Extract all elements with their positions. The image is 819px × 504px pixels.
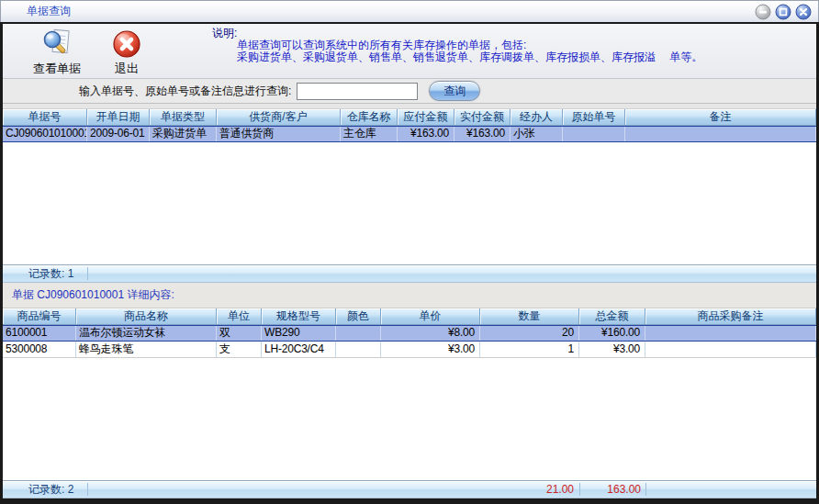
table-cell: 1 <box>480 342 579 357</box>
total-quantity: 21.00 <box>480 481 574 498</box>
column-header[interactable]: 颜色 <box>336 308 381 324</box>
table-row[interactable]: 5300008蜂鸟走珠笔支LH-20C3/C4¥3.001¥3.00 <box>3 342 816 358</box>
detail-title: 单据 CJ090601010001 详细内容: <box>12 287 174 303</box>
table-cell <box>645 326 816 341</box>
table-cell: 小张 <box>510 127 563 141</box>
column-header[interactable]: 实付金额 <box>454 109 510 125</box>
exit-button[interactable]: 退出 <box>96 27 157 76</box>
close-button[interactable] <box>795 4 812 20</box>
table-cell: 普通供货商 <box>217 127 341 141</box>
view-document-icon <box>40 28 73 62</box>
table-cell: LH-20C3/C4 <box>262 342 336 357</box>
search-bar: 输入单据号、原始单号或备注信息进行查询: 查询 <box>3 79 816 104</box>
table-cell <box>645 342 816 357</box>
table-cell: 双 <box>217 326 262 341</box>
table-cell: ¥3.00 <box>579 342 645 357</box>
table-cell: 主仓库 <box>341 127 398 141</box>
items-record-count: 记录数: 2 <box>28 481 73 498</box>
column-header[interactable]: 商品编号 <box>3 308 76 324</box>
maximize-icon <box>775 4 791 20</box>
separator <box>87 483 88 496</box>
maximize-button[interactable] <box>775 4 791 20</box>
table-cell: 5300008 <box>3 342 76 357</box>
separator <box>87 267 88 280</box>
view-document-button[interactable]: 查看单据 <box>27 27 87 76</box>
exit-label: 退出 <box>115 62 139 75</box>
documents-table-body: CJ0906010100012009-06-01采购进货单普通供货商主仓库¥16… <box>3 126 816 264</box>
table-row[interactable]: CJ0906010100012009-06-01采购进货单普通供货商主仓库¥16… <box>3 126 816 142</box>
column-header[interactable]: 商品采购备注 <box>645 308 816 324</box>
column-header[interactable]: 规格型号 <box>262 308 336 324</box>
toolbar: 查看单据 退出 说明: 单据查询可以查询系统中的所有有关 <box>3 24 816 79</box>
document-query-window: 单据查询 <box>0 0 819 504</box>
column-header[interactable]: 原始单号 <box>563 109 625 125</box>
items-table-header: 商品编号商品名称单位规格型号颜色单价数量总金额商品采购备注 <box>3 308 816 325</box>
minimize-button[interactable] <box>755 4 771 20</box>
total-amount: 163.00 <box>579 481 641 498</box>
items-status-bar: 记录数: 2 21.00 163.00 <box>3 480 816 498</box>
table-cell: 温布尔顿运动女袜 <box>76 326 217 341</box>
column-header[interactable]: 备注 <box>625 109 816 125</box>
column-header[interactable]: 商品名称 <box>76 308 217 324</box>
column-header[interactable]: 单价 <box>381 308 480 324</box>
detail-strip: 单据 CJ090601010001 详细内容: <box>3 283 816 308</box>
column-header[interactable]: 单据类型 <box>150 109 217 125</box>
table-header-row: 商品编号商品名称单位规格型号颜色单价数量总金额商品采购备注 <box>3 308 816 325</box>
table-cell: 2009-06-01 <box>87 127 150 141</box>
table-cell: CJ090601010001 <box>3 127 87 141</box>
column-header[interactable]: 总金额 <box>579 308 645 324</box>
table-cell: ¥8.00 <box>381 326 480 341</box>
window-controls <box>755 4 812 20</box>
table-cell: 采购进货单 <box>150 127 217 141</box>
query-button[interactable]: 查询 <box>429 81 480 101</box>
exit-icon <box>111 28 142 62</box>
table-cell: 蜂鸟走珠笔 <box>76 342 217 357</box>
column-header[interactable]: 数量 <box>480 308 579 324</box>
table-cell <box>563 127 625 141</box>
table-cell: WB290 <box>262 326 336 341</box>
table-cell: ¥3.00 <box>381 342 480 357</box>
table-cell: ¥163.00 <box>454 127 510 141</box>
table-cell <box>336 342 381 357</box>
table-cell: 支 <box>217 342 262 357</box>
documents-status-bar: 记录数: 1 <box>3 264 816 283</box>
note-line: 采购进货单、采购退货单、销售单、销售退货单、库存调拨单、库存报损单、库存报溢 单… <box>212 51 702 63</box>
table-cell <box>336 326 381 341</box>
column-header[interactable]: 经办人 <box>510 109 563 125</box>
column-header[interactable]: 单据号 <box>3 109 87 125</box>
view-document-label: 查看单据 <box>33 62 81 75</box>
table-cell <box>625 127 816 141</box>
documents-table-header: 单据号开单日期单据类型供货商/客户仓库名称应付金额实付金额经办人原始单号备注 <box>3 109 816 126</box>
titlebar: 单据查询 <box>0 0 819 22</box>
column-header[interactable]: 单位 <box>217 308 262 324</box>
column-header[interactable]: 应付金额 <box>398 109 454 125</box>
search-label: 输入单据号、原始单号或备注信息进行查询: <box>79 84 291 99</box>
help-note: 说明: 单据查询可以查询系统中的所有有关库存操作的单据，包括: 采购进货单、采购… <box>212 28 702 63</box>
table-row[interactable]: 6100001温布尔顿运动女袜双WB290¥8.0020¥160.00 <box>3 325 816 342</box>
table-cell: ¥163.00 <box>398 127 454 141</box>
column-header[interactable]: 开单日期 <box>87 109 150 125</box>
window-title: 单据查询 <box>27 4 71 19</box>
table-cell: 6100001 <box>3 326 76 341</box>
documents-record-count: 记录数: 1 <box>28 265 73 283</box>
table-header-row: 单据号开单日期单据类型供货商/客户仓库名称应付金额实付金额经办人原始单号备注 <box>3 109 816 126</box>
close-icon <box>795 4 812 20</box>
separator <box>645 483 646 496</box>
minimize-icon <box>755 4 771 20</box>
search-input[interactable] <box>297 83 418 100</box>
column-header[interactable]: 仓库名称 <box>341 109 398 125</box>
items-table-body: 6100001温布尔顿运动女袜双WB290¥8.0020¥160.0053000… <box>3 325 816 480</box>
table-cell: 20 <box>480 326 579 341</box>
column-header[interactable]: 供货商/客户 <box>217 109 341 125</box>
table-cell: ¥160.00 <box>579 326 645 341</box>
main-frame: 查看单据 退出 说明: 单据查询可以查询系统中的所有有关 <box>0 22 819 504</box>
